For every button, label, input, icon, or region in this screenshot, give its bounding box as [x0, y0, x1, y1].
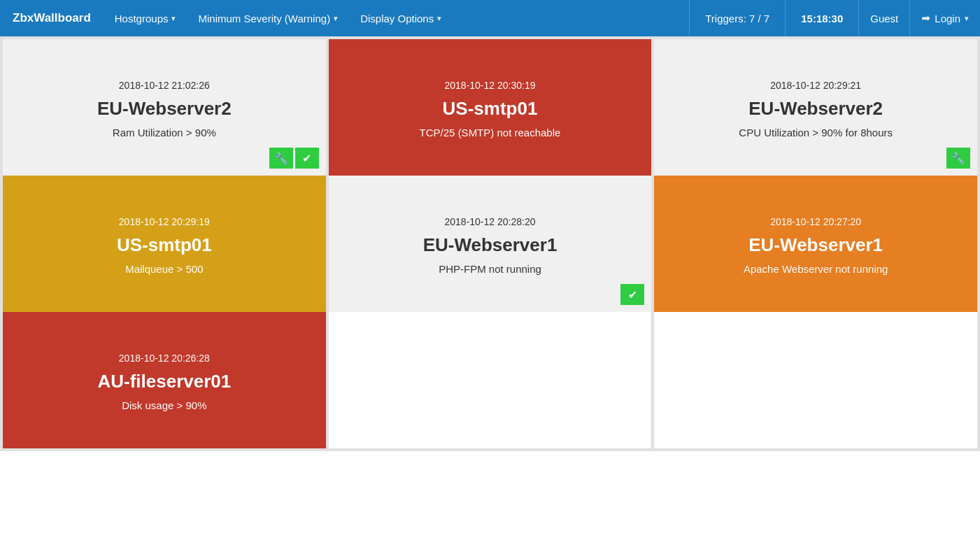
card-6: 2018-10-12 20:27:20EU-Webserver1Apache W… — [654, 176, 977, 312]
card-actions: 🔧 — [946, 148, 970, 169]
card-actions: 🔧✔ — [269, 148, 319, 169]
card-7: 2018-10-12 20:26:28AU-fileserver01Disk u… — [3, 312, 326, 448]
check-button[interactable]: ✔ — [295, 148, 319, 169]
hostgroups-menu[interactable]: Hostgroups ▾ — [104, 0, 187, 36]
navbar: ZbxWallboard Hostgroups ▾ Minimum Severi… — [0, 0, 980, 36]
card-timestamp: 2018-10-12 20:27:20 — [770, 216, 861, 227]
card-host: EU-Webserver1 — [748, 234, 883, 256]
current-time: 15:18:30 — [786, 0, 859, 36]
login-icon: ⬅ — [921, 12, 930, 24]
card-timestamp: 2018-10-12 20:26:28 — [119, 353, 210, 364]
wallboard: 2018-10-12 21:02:26EU-Webserver2Ram Util… — [0, 36, 980, 451]
triggers-count: Triggers: 7 / 7 — [689, 0, 786, 36]
card-timestamp: 2018-10-12 20:30:19 — [444, 80, 535, 91]
card-5: 2018-10-12 20:28:20EU-Webserver1PHP-FPM … — [329, 176, 652, 312]
card-timestamp: 2018-10-12 21:02:26 — [119, 80, 210, 91]
grid-row-2: 2018-10-12 20:26:28AU-fileserver01Disk u… — [0, 312, 980, 451]
severity-menu[interactable]: Minimum Severity (Warning) ▾ — [187, 0, 349, 36]
severity-chevron-icon: ▾ — [334, 14, 338, 23]
card-host: US-smtp01 — [443, 98, 538, 120]
card-4: 2018-10-12 20:29:19US-smtp01Mailqueue > … — [3, 176, 326, 312]
card-timestamp: 2018-10-12 20:29:19 — [119, 216, 210, 227]
card-description: TCP/25 (SMTP) not reachable — [420, 127, 561, 138]
card-actions: ✔ — [620, 284, 644, 305]
check-button[interactable]: ✔ — [620, 284, 644, 305]
guest-label: Guest — [859, 0, 909, 36]
display-chevron-icon: ▾ — [437, 14, 441, 23]
login-chevron-icon: ▾ — [965, 14, 969, 23]
card-host: EU-Webserver1 — [423, 234, 558, 256]
card-timestamp: 2018-10-12 20:29:21 — [770, 80, 861, 91]
card-description: Mailqueue > 500 — [125, 263, 203, 275]
card-description: CPU Utilization > 90% for 8hours — [739, 127, 893, 138]
card-description: PHP-FPM not running — [439, 263, 541, 275]
card-host: EU-Webserver2 — [97, 98, 232, 120]
brand[interactable]: ZbxWallboard — [0, 11, 104, 25]
display-options-menu[interactable]: Display Options ▾ — [349, 0, 453, 36]
login-button[interactable]: ⬅ Login ▾ — [909, 0, 980, 36]
card-3: 2018-10-12 20:29:21EU-Webserver2CPU Util… — [654, 39, 977, 176]
card-host: AU-fileserver01 — [97, 371, 231, 392]
card-description: Disk usage > 90% — [122, 399, 206, 411]
card-empty — [329, 312, 652, 448]
grid-row-0: 2018-10-12 21:02:26EU-Webserver2Ram Util… — [0, 36, 980, 176]
card-description: Apache Webserver not running — [744, 263, 888, 275]
wrench-button[interactable]: 🔧 — [946, 148, 970, 169]
card-host: US-smtp01 — [117, 234, 212, 256]
card-2: 2018-10-12 20:30:19US-smtp01TCP/25 (SMTP… — [329, 39, 652, 176]
card-timestamp: 2018-10-12 20:28:20 — [444, 216, 535, 227]
card-1: 2018-10-12 21:02:26EU-Webserver2Ram Util… — [3, 39, 326, 176]
card-description: Ram Utilization > 90% — [113, 127, 216, 138]
card-host: EU-Webserver2 — [748, 98, 883, 120]
hostgroups-chevron-icon: ▾ — [171, 14, 176, 23]
card-empty — [654, 312, 977, 448]
grid-row-1: 2018-10-12 20:29:19US-smtp01Mailqueue > … — [0, 176, 980, 312]
wrench-button[interactable]: 🔧 — [269, 148, 293, 169]
navbar-right: Triggers: 7 / 7 15:18:30 Guest ⬅ Login ▾ — [689, 0, 980, 36]
